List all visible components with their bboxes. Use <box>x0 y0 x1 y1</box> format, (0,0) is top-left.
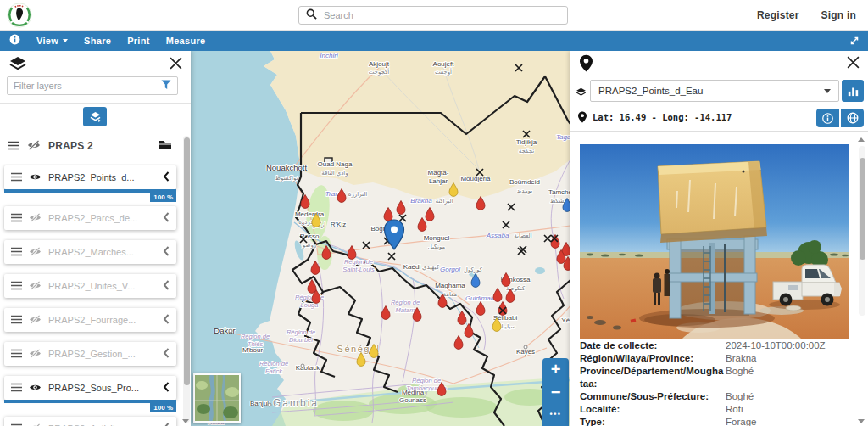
visibility-off-icon[interactable] <box>29 312 42 328</box>
app-window: Register Sign in View Share Print Measur… <box>0 0 868 426</box>
map-label: أوجفت <box>435 68 452 76</box>
register-link[interactable]: Register <box>757 9 799 21</box>
layer-select[interactable]: PRAPS2_Points_d_Eau <box>590 80 839 102</box>
chevron-left-icon[interactable] <box>163 210 170 226</box>
drag-handle-icon[interactable] <box>11 210 22 226</box>
visibility-on-icon[interactable] <box>29 170 42 185</box>
map-label: R'Kiz <box>331 221 346 228</box>
layer-item[interactable]: PRAPS2_Gestion_... <box>4 342 176 366</box>
view-menu[interactable]: View <box>36 36 68 46</box>
layers-scrollbar[interactable] <box>183 136 190 423</box>
map-canvas[interactable]: InchiriAkjoujtأكجوجتAoujeftأوجفتOuad Nag… <box>191 51 570 426</box>
layer-card[interactable]: PRAPS2_Marches... <box>4 240 176 264</box>
scroll-down-icon[interactable] <box>182 419 189 423</box>
layer-group-praps2[interactable]: PRAPS 2 <box>0 132 181 160</box>
drag-handle-icon[interactable] <box>11 421 22 426</box>
filter-layers-input[interactable] <box>14 81 156 91</box>
zoom-in-button[interactable]: + <box>542 358 569 381</box>
chevron-left-icon[interactable] <box>163 380 170 395</box>
drag-handle-icon[interactable] <box>11 380 22 395</box>
overview-minimap[interactable] <box>193 373 241 423</box>
drag-handle-icon[interactable] <box>11 170 22 185</box>
layer-card[interactable]: PRAPS2_Parcs_de... <box>4 206 176 230</box>
layer-card[interactable]: PRAPS2_Sous_Pro... <box>4 376 176 400</box>
zoom-to-feature-button[interactable] <box>841 109 864 127</box>
layer-item[interactable]: PRAPS2_Parcs_de... <box>4 206 176 230</box>
feature-photo[interactable] <box>580 144 849 339</box>
chevron-left-icon[interactable] <box>163 346 170 362</box>
layer-item[interactable]: PRAPS2_Points_d...100 % <box>4 165 176 193</box>
filter-layers-field[interactable] <box>7 76 178 95</box>
attribute-label: Localité: <box>580 403 726 416</box>
drag-handle-icon[interactable] <box>11 346 22 362</box>
visibility-off-icon[interactable] <box>29 278 42 294</box>
layer-card[interactable]: PRAPS2_Unites_V... <box>4 274 176 298</box>
drag-handle-icon[interactable] <box>11 278 22 294</box>
map-label: Assaba <box>486 232 509 239</box>
visibility-off-icon[interactable] <box>29 210 42 226</box>
layer-item[interactable]: PRAPS2_Sous_Pro...100 % <box>4 376 176 403</box>
scrollbar-thumb[interactable] <box>860 158 865 260</box>
map-label: Kaédi <box>403 263 421 271</box>
drag-handle-icon[interactable] <box>11 312 22 328</box>
folder-icon[interactable] <box>159 138 172 154</box>
map-label: كوركول <box>464 266 483 273</box>
share-button[interactable]: Share <box>84 36 111 46</box>
layer-card[interactable]: PRAPS2_Fourrage... <box>4 308 176 332</box>
scroll-down-icon[interactable] <box>858 419 865 423</box>
attribute-value: Forage <box>726 416 851 426</box>
scrollbar-thumb[interactable] <box>184 137 190 385</box>
visibility-on-icon[interactable] <box>29 380 42 395</box>
map-label: Région de <box>241 333 270 340</box>
more-map-tools-button[interactable]: ••• <box>542 403 569 426</box>
visibility-off-icon[interactable] <box>29 421 42 426</box>
chevron-left-icon[interactable] <box>163 312 170 328</box>
drag-handle-icon[interactable] <box>8 138 19 154</box>
layer-item[interactable]: PRAPS2_Activites... <box>4 417 176 426</box>
app-logo[interactable] <box>7 3 32 28</box>
signin-link[interactable]: Sign in <box>821 9 856 21</box>
map-label: Fatick <box>265 367 283 375</box>
zoom-out-button[interactable]: − <box>542 381 569 404</box>
city-dot <box>229 329 232 333</box>
measure-button[interactable]: Measure <box>166 36 206 46</box>
map-label: Mederdra <box>295 210 325 218</box>
layer-card[interactable]: PRAPS2_Activites... <box>4 417 176 426</box>
filter-icon[interactable] <box>161 78 171 93</box>
layer-item[interactable]: PRAPS2_Fourrage... <box>4 308 176 332</box>
chart-widget-button[interactable] <box>842 80 864 102</box>
map-label: Tidjikja <box>516 138 537 146</box>
visibility-off-icon[interactable] <box>29 244 42 260</box>
chevron-left-icon[interactable] <box>163 278 170 294</box>
layer-card[interactable]: PRAPS2_Points_d... <box>4 165 176 189</box>
chevron-left-icon[interactable] <box>163 244 170 260</box>
chevron-down-icon <box>824 89 831 93</box>
print-button[interactable]: Print <box>127 36 150 46</box>
identify-scrollbar[interactable] <box>859 146 865 316</box>
attribute-value: Brakna <box>726 352 851 365</box>
fullscreen-expand-icon[interactable] <box>849 35 860 50</box>
visibility-off-icon[interactable] <box>29 346 42 362</box>
search-bar[interactable] <box>298 6 568 25</box>
chevron-left-icon[interactable] <box>163 421 170 426</box>
search-input[interactable] <box>324 10 560 20</box>
city-dot <box>524 345 527 349</box>
map-label: Nouakchott <box>266 163 307 172</box>
opacity-slider[interactable]: 100 % <box>4 400 176 403</box>
group-visibility-off-icon[interactable] <box>27 138 41 154</box>
scroll-up-icon[interactable] <box>858 137 865 142</box>
add-layer-button[interactable] <box>83 107 107 126</box>
layer-item[interactable]: PRAPS2_Marches... <box>4 240 176 264</box>
identify-panel: PRAPS2_Points_d_Eau Lat: 16.49 - Long: -… <box>570 51 868 426</box>
about-icon[interactable] <box>9 33 20 48</box>
map-label: M'bour <box>242 346 264 354</box>
close-identify-panel-icon[interactable] <box>846 55 860 73</box>
layer-card[interactable]: PRAPS2_Gestion_... <box>4 342 176 366</box>
layer-item[interactable]: PRAPS2_Unites_V... <box>4 274 176 298</box>
feature-info-button[interactable] <box>816 109 839 127</box>
drag-handle-icon[interactable] <box>11 244 22 260</box>
chevron-left-icon[interactable] <box>163 170 170 185</box>
close-layers-panel-icon[interactable] <box>169 56 183 74</box>
opacity-slider[interactable]: 100 % <box>4 189 176 193</box>
layer-select-icon <box>576 86 587 101</box>
